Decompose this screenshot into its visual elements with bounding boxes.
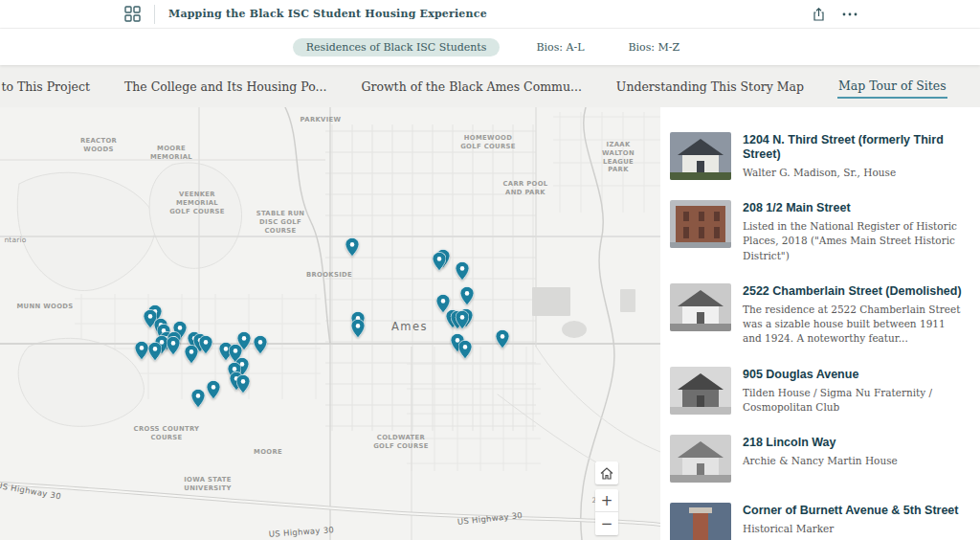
site-list: 1204 N. Third Street (formerly Third Str… bbox=[660, 107, 980, 540]
site-thumbnail[interactable] bbox=[670, 367, 731, 415]
site-subtitle: Tilden House / Sigma Nu Fraternity / Cos… bbox=[743, 386, 967, 415]
site-thumbnail[interactable] bbox=[670, 283, 731, 331]
site-title[interactable]: 1204 N. Third Street (formerly Third Str… bbox=[743, 133, 967, 162]
site-list-item-1204-n-third-street-formerly-third-street[interactable]: 1204 N. Third Street (formerly Third Str… bbox=[670, 132, 967, 180]
map-tour-pin[interactable] bbox=[345, 237, 359, 257]
map-tour-pin[interactable] bbox=[199, 335, 212, 354]
site-list-item-208-1-2-main-street[interactable]: 208 1/2 Main Street Listed in the Nation… bbox=[670, 200, 967, 263]
section-pill-bios-m-z[interactable]: Bios: M-Z bbox=[620, 38, 687, 56]
tab-introduction-to-this-project[interactable]: Introduction to This Project bbox=[0, 76, 91, 98]
map-tour-pin[interactable] bbox=[148, 342, 162, 361]
site-title[interactable]: 218 Lincoln Way bbox=[743, 436, 967, 450]
map-tour-pin[interactable] bbox=[458, 340, 472, 359]
map-tour-pin[interactable] bbox=[496, 329, 509, 349]
site-subtitle: Walter G. Madison, Sr., House bbox=[743, 166, 967, 180]
map-tour-pin[interactable] bbox=[135, 341, 148, 360]
site-title[interactable]: Corner of Burnett Avenue & 5th Street bbox=[743, 504, 967, 518]
tab-growth-of-the-black-ames-commu[interactable]: Growth of the Black Ames Commu... bbox=[360, 76, 582, 98]
site-thumbnail[interactable] bbox=[670, 503, 731, 540]
map-tour-pin[interactable] bbox=[433, 252, 446, 271]
site-thumbnail[interactable] bbox=[670, 200, 731, 248]
share-icon[interactable] bbox=[813, 8, 825, 21]
story-title: Mapping the Black ISC Student Housing Ex… bbox=[168, 8, 487, 20]
home-icon bbox=[600, 467, 613, 480]
map-tour-pin[interactable] bbox=[191, 389, 205, 408]
map-zoom-out-button[interactable]: − bbox=[595, 512, 618, 535]
tab-understanding-this-story-map[interactable]: Understanding This Story Map bbox=[615, 76, 805, 98]
section-pill-residences-of-black-isc-students[interactable]: Residences of Black ISC Students bbox=[293, 38, 501, 56]
storymap-app: Mapping the Black ISC Student Housing Ex… bbox=[0, 0, 980, 540]
map-tour-pin[interactable] bbox=[236, 374, 250, 394]
site-title[interactable]: 208 1/2 Main Street bbox=[743, 201, 967, 215]
map-home-button[interactable] bbox=[595, 461, 618, 484]
map-zoom-in-button[interactable]: + bbox=[595, 489, 618, 512]
map-tour-pin[interactable] bbox=[167, 336, 180, 355]
site-list-item-corner-of-burnett-avenue-5th-street[interactable]: Corner of Burnett Avenue & 5th Street Hi… bbox=[670, 503, 967, 540]
map-tour-pin[interactable] bbox=[456, 310, 469, 329]
site-title[interactable]: 905 Douglas Avenue bbox=[743, 368, 967, 382]
map-roads bbox=[0, 107, 660, 540]
tab-map-tour-of-sites[interactable]: Map Tour of Sites bbox=[837, 75, 947, 99]
tab-the-college-and-its-housing-po[interactable]: The College and Its Housing Po... bbox=[123, 76, 328, 98]
map-tour-pin[interactable] bbox=[185, 345, 198, 364]
section-pill-bios-a-l[interactable]: Bios: A-L bbox=[528, 38, 591, 56]
site-list-item-905-douglas-avenue[interactable]: 905 Douglas Avenue Tilden House / Sigma … bbox=[670, 367, 967, 415]
site-list-item-218-lincoln-way[interactable]: 218 Lincoln Way Archie & Nancy Martin Ho… bbox=[670, 435, 967, 483]
site-thumbnail[interactable] bbox=[670, 435, 731, 483]
map-tour-pin[interactable] bbox=[456, 261, 469, 281]
site-subtitle: Archie & Nancy Martin House bbox=[743, 454, 967, 468]
more-menu-icon[interactable] bbox=[842, 12, 858, 16]
site-title[interactable]: 2522 Chamberlain Street (Demolished) bbox=[743, 284, 967, 299]
map-tour-pin[interactable] bbox=[254, 335, 267, 354]
site-list-item-2522-chamberlain-street-demolished[interactable]: 2522 Chamberlain Street (Demolished) The… bbox=[670, 283, 967, 347]
section-nav: Residences of Black ISC StudentsBios: A-… bbox=[0, 29, 980, 65]
header-divider bbox=[154, 5, 155, 24]
map-tour-pin[interactable] bbox=[460, 286, 474, 305]
site-subtitle: Historical Marker bbox=[743, 522, 967, 536]
tab-bar: Introduction to This ProjectThe College … bbox=[0, 65, 980, 107]
storymaps-logo-icon[interactable] bbox=[124, 6, 141, 22]
site-subtitle: Listed in the National Register of Histo… bbox=[743, 219, 967, 263]
header: Mapping the Black ISC Student Housing Ex… bbox=[0, 0, 980, 29]
map-tour-pin[interactable] bbox=[207, 380, 220, 399]
map-canvas[interactable]: PARKVIEWREACTOR WOODSMOORE MEMORIALHOMEW… bbox=[0, 107, 660, 540]
content: PARKVIEWREACTOR WOODSMOORE MEMORIALHOMEW… bbox=[0, 107, 980, 540]
site-subtitle: The residence at 2522 Chamberlain Street… bbox=[743, 303, 967, 347]
map-tour-pin[interactable] bbox=[351, 319, 365, 338]
site-thumbnail[interactable] bbox=[670, 132, 731, 180]
